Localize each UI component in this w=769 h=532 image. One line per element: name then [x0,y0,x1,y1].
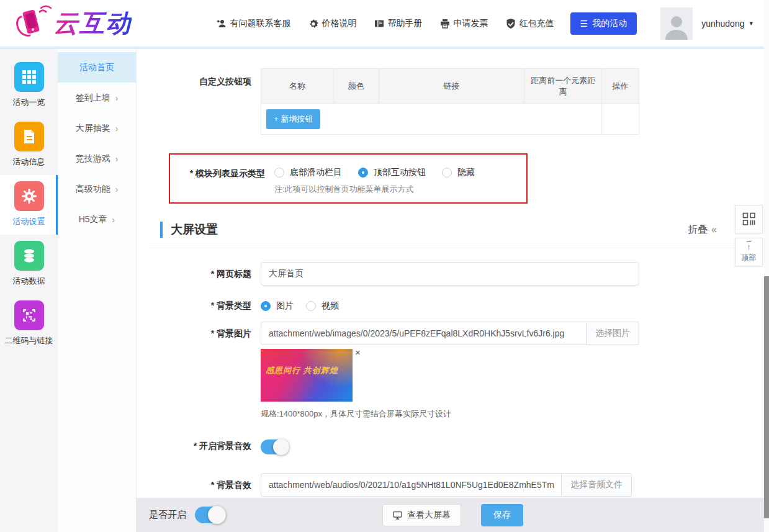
bg-sound-row: * 背景音效 选择音频文件 [149,473,764,497]
help-book-icon [374,19,384,29]
submenu-item-label: 大屏抽奖 [76,123,110,134]
sidebar-item-label: 活动信息 [13,156,45,168]
document-icon [14,122,44,151]
sidebar-item-label: 活动一览 [13,97,45,108]
radio-image[interactable]: 图片 [261,300,294,312]
support-person-icon [217,19,227,29]
page-title-row: * 网页标题 [149,262,764,286]
nav-pricing[interactable]: 价格说明 [308,18,357,29]
module-type-group: * 模块列表显示类型 底部滑动栏目 顶部互动按钮 隐藏 [169,153,528,204]
main-content: 自定义按钮项 名称 颜色 链接 距离前一个元素距离 操作 + 新增按钮 * 模块… [137,49,764,532]
view-screen-label: 查看大屏幕 [407,510,451,521]
enable-label: 是否开启 [149,509,186,521]
choose-audio-button[interactable]: 选择音频文件 [562,473,632,497]
price-gear-icon [308,19,318,29]
col-name: 名称 [261,69,334,104]
col-distance: 距离前一个元素距离 [524,69,602,104]
add-button[interactable]: + 新增按钮 [266,109,320,129]
sidebar-item-activity-info[interactable]: 活动信息 [0,115,58,175]
submenu-item-h5-articles[interactable]: H5文章 › [58,204,136,235]
submenu-item-label: 竞技游戏 [76,153,110,165]
scrollbar-thumb[interactable] [764,276,769,518]
page-title-label: * 网页标题 [149,262,251,286]
bg-sound-toggle[interactable] [261,440,289,454]
close-icon[interactable]: × [355,348,361,357]
nav-label: 有问题联系客服 [230,18,291,29]
module-type-label: * 模块列表显示类型 [170,161,265,179]
module-type-field: 底部滑动栏目 顶部互动按钮 隐藏 注:此项可以控制首页功能菜单展示方式 [274,161,475,195]
page-title-input[interactable] [261,262,639,286]
radio-bottom-slider[interactable]: 底部滑动栏目 [274,167,342,178]
submenu-item-activity-home[interactable]: 活动首页 [58,52,136,83]
bg-image-field: 选择图片 感恩同行 共创辉煌 × 规格:1400*800px，具体尺寸需结合屏幕… [261,322,639,420]
bg-sound-input[interactable] [261,473,562,497]
qrcode-icon [14,300,44,330]
nav-request-invoice[interactable]: 申请发票 [440,18,488,29]
submenu-item-advanced-features[interactable]: 高级功能 › [58,174,136,204]
nav-label: 价格说明 [322,18,357,29]
radio-label: 顶部互动按钮 [374,167,426,178]
bg-image-input[interactable] [261,322,587,345]
bg-type-row: * 背景类型 图片 视频 [149,299,764,312]
sidebar-item-label: 二维码与链接 [5,335,53,346]
sidebar-item-activity-overview[interactable]: 活动一览 [0,56,58,115]
back-to-top-button[interactable]: ↑ 顶部 [735,238,763,266]
save-button[interactable]: 保存 [481,504,523,526]
nav-label: 帮助手册 [388,18,423,29]
bg-image-preview[interactable]: 感恩同行 共创辉煌 [261,349,353,402]
chevron-right-icon: › [115,184,119,194]
invoice-printer-icon [440,19,450,29]
preview-slogan-text: 感恩同行 共创辉煌 [266,365,338,376]
gear-icon [14,181,44,211]
chevron-right-icon: › [112,215,115,225]
icon-sidebar: 活动一览 活动信息 活动设置 活动数据 二维码与链接 [0,49,58,532]
custom-buttons-table: 名称 颜色 链接 距离前一个元素距离 操作 + 新增按钮 [261,68,639,135]
submenu-item-checkin-wall[interactable]: 签到上墙 › [58,83,136,113]
enable-toggle[interactable] [195,507,226,523]
module-panel-button[interactable] [735,205,763,233]
avatar[interactable] [660,7,693,40]
chevron-right-icon: › [115,154,119,164]
bg-image-spec: 规格:1400*800px，具体尺寸需结合屏幕实际尺寸设计 [261,408,639,420]
col-color: 颜色 [333,69,379,104]
chevron-right-icon: › [115,93,119,103]
bg-sound-toggle-row: * 开启背景音效 [149,435,764,454]
collapse-label: 折叠 [688,223,708,237]
my-activities-button[interactable]: ☰ 我的活动 [570,12,637,35]
user-menu[interactable]: yunhudong ▾ [701,19,753,29]
submenu: 活动首页 签到上墙 › 大屏抽奖 › 竞技游戏 › 高级功能 › H5文章 › [58,49,137,532]
bg-image-input-group: 选择图片 [261,322,639,345]
choose-image-button[interactable]: 选择图片 [587,322,639,345]
up-arrow-icon: ↑ [747,241,751,251]
my-activities-label: 我的活动 [592,18,627,29]
username: yunhudong [701,19,744,29]
radio-top-buttons[interactable]: 顶部互动按钮 [358,167,426,178]
radio-circle [274,168,284,178]
submenu-item-competitive-games[interactable]: 竞技游戏 › [58,143,136,174]
submenu-item-screen-lottery[interactable]: 大屏抽奖 › [58,113,136,143]
footer-bar: 是否开启 查看大屏幕 保存 [137,498,764,532]
bg-sound-input-group: 选择音频文件 [261,473,632,497]
scrollbar-track[interactable] [764,0,769,532]
sidebar-item-qrcode-links[interactable]: 二维码与链接 [0,294,58,354]
nav-redpacket-recharge[interactable]: 红包充值 [506,18,554,29]
sidebar-item-activity-data[interactable]: 活动数据 [0,235,58,294]
database-icon [14,241,44,271]
view-screen-button[interactable]: 查看大屏幕 [382,504,461,526]
section-title: 大屏设置 [171,222,218,238]
menu-list-icon: ☰ [580,19,588,29]
sidebar-item-activity-settings[interactable]: 活动设置 [0,175,58,235]
bg-image-preview-wrap: 感恩同行 共创辉煌 × [261,349,639,402]
nav-help-manual[interactable]: 帮助手册 [374,18,423,29]
chevron-right-icon: › [115,124,119,133]
custom-buttons-row: 自定义按钮项 名称 颜色 链接 距离前一个元素距离 操作 + 新增按钮 [149,70,764,135]
bg-sound-label: * 背景音效 [149,473,251,497]
top-header: 云互动 有问题联系客服 价格说明 帮助手册 申请发票 红包充值 ☰ 我的活动 y… [0,0,769,47]
radio-hidden[interactable]: 隐藏 [442,167,475,178]
logo[interactable]: 云互动 [9,4,132,43]
radio-circle [442,168,452,178]
radio-video[interactable]: 视频 [306,300,339,312]
recharge-shield-icon [506,19,516,29]
float-widget: ↑ 顶部 [735,205,763,266]
nav-contact-support[interactable]: 有问题联系客服 [217,18,291,29]
